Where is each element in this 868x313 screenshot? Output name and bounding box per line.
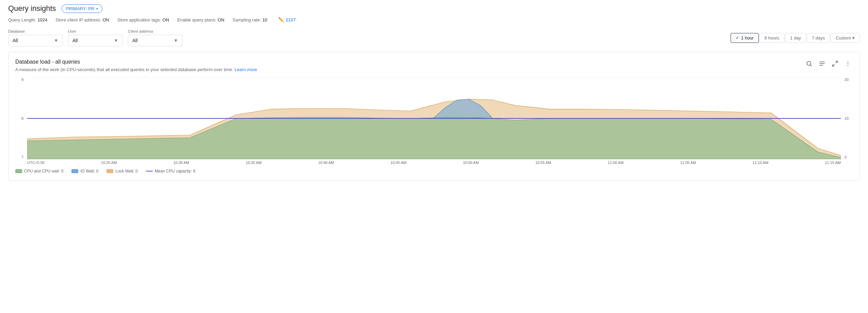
y-right-bot: 0	[845, 155, 853, 159]
legend-cpu-swatch	[15, 169, 22, 173]
database-dropdown-arrow: ▼	[54, 38, 58, 43]
time-1day-label: 1 day	[790, 35, 801, 40]
header: Query insights PRIMARY: PR ▾	[0, 0, 868, 16]
y-axis-right: 20 10 0	[842, 78, 853, 159]
legend-capacity: Mean CPU capacity: 8	[146, 169, 195, 174]
sampling-rate-label: Sampling rate:	[233, 17, 261, 22]
edit-label: EDIT	[286, 17, 296, 22]
database-filter-value: All	[13, 38, 18, 43]
client-address-filter-label: Client address	[128, 29, 182, 33]
time-1hour-label: 1 hour	[741, 35, 754, 40]
chart-container: 9 8 7 20 10 0	[15, 78, 853, 174]
chart-legend-icon[interactable]	[817, 59, 827, 70]
legend-lock-swatch	[106, 169, 113, 173]
time-7days-label: 7 days	[812, 35, 825, 40]
instance-selector[interactable]: PRIMARY: PR ▾	[62, 4, 103, 13]
client-address-filter-group: Client address All ▼	[128, 29, 182, 46]
y-right-top: 20	[845, 78, 853, 82]
user-filter-value: All	[72, 38, 78, 43]
edit-button[interactable]: ✏️ EDIT	[278, 17, 296, 22]
legend-lock: Lock Wait: 0	[106, 169, 138, 174]
chart-subtitle: A measure of the work (in CPU-seconds) t…	[15, 67, 257, 72]
filters-row: Database All ▼ User All ▼ Client address…	[0, 27, 868, 52]
sampling-rate-meta: Sampling rate: 10	[233, 17, 267, 22]
x-label-5: 10:45 AM	[390, 161, 406, 165]
chart-search-icon[interactable]	[804, 59, 814, 70]
time-1hour-button[interactable]: ✓ 1 hour	[731, 33, 759, 43]
y-left-mid: 8	[15, 116, 23, 120]
time-7days-button[interactable]: 7 days	[807, 33, 830, 43]
legend-io-swatch	[71, 169, 78, 173]
legend-cpu-label: CPU and CPU wait: 0	[24, 169, 63, 174]
query-length-value: 1024	[37, 17, 47, 22]
legend-io-label: IO Wait: 0	[80, 169, 98, 174]
database-filter-select[interactable]: All ▼	[8, 35, 63, 46]
y-left-bot: 7	[15, 155, 23, 159]
user-filter-label: User	[68, 29, 122, 33]
time-selector: ✓ 1 hour 6 hours 1 day 7 days Custom ▾	[731, 33, 860, 43]
legend-lock-label: Lock Wait: 0	[115, 169, 138, 174]
user-filter-select[interactable]: All ▼	[68, 35, 122, 46]
y-right-mid: 10	[845, 116, 853, 120]
legend-io: IO Wait: 0	[71, 169, 98, 174]
svg-point-0	[807, 61, 811, 65]
client-address-filter-value: All	[132, 38, 138, 43]
chart-subtitle-text: A measure of the work (in CPU-seconds) t…	[15, 67, 233, 72]
chart-fullscreen-icon[interactable]	[830, 59, 840, 70]
edit-icon: ✏️	[278, 17, 284, 22]
x-label-0: UTC+5:30	[27, 161, 44, 165]
x-axis: UTC+5:30 10:25 AM 10:30 AM 10:35 AM 10:4…	[15, 159, 853, 165]
client-address-filter-select[interactable]: All ▼	[128, 35, 182, 46]
client-address-dropdown-arrow: ▼	[174, 38, 178, 43]
x-label-10: 11:10 AM	[753, 161, 768, 165]
svg-point-8	[848, 63, 849, 64]
chart-legend: CPU and CPU wait: 0 IO Wait: 0 Lock Wait…	[15, 165, 853, 174]
svg-line-6	[833, 64, 835, 66]
store-tags-label: Store application tags:	[117, 17, 161, 22]
time-1day-button[interactable]: 1 day	[785, 33, 806, 43]
time-custom-button[interactable]: Custom ▾	[831, 33, 860, 43]
x-label-8: 11:00 AM	[608, 161, 623, 165]
chart-tools	[804, 59, 853, 70]
query-length-meta: Query Length: 1024	[8, 17, 47, 22]
x-label-4: 10:40 AM	[318, 161, 334, 165]
chart-title: Database load - all queries	[15, 59, 257, 65]
chart-header: Database load - all queries A measure of…	[15, 59, 853, 78]
store-tags-meta: Store application tags: ON	[117, 17, 169, 22]
instance-label: PRIMARY: PR	[66, 6, 95, 11]
store-ip-meta: Store client IP address: ON	[55, 17, 109, 22]
legend-capacity-swatch	[146, 171, 153, 171]
store-ip-value: ON	[102, 17, 109, 22]
database-filter-group: Database All ▼	[8, 29, 63, 46]
svg-line-1	[811, 65, 812, 66]
legend-cpu: CPU and CPU wait: 0	[15, 169, 63, 174]
meta-bar: Query Length: 1024 Store client IP addre…	[0, 16, 868, 27]
chart-title-block: Database load - all queries A measure of…	[15, 59, 257, 78]
time-6hours-label: 6 hours	[765, 35, 779, 40]
x-label-6: 10:50 AM	[463, 161, 479, 165]
query-plans-value: ON	[218, 17, 224, 22]
instance-dropdown-arrow: ▾	[96, 7, 98, 11]
chart-area: 9 8 7 20 10 0	[15, 78, 853, 159]
svg-point-7	[848, 61, 849, 62]
learn-more-link[interactable]: Learn more	[235, 67, 257, 72]
x-label-7: 10:55 AM	[535, 161, 551, 165]
query-plans-label: Enable query plans:	[177, 17, 216, 22]
x-label-9: 11:05 AM	[680, 161, 696, 165]
chart-section: Database load - all queries A measure of…	[8, 52, 860, 181]
y-axis-left: 9 8 7	[15, 78, 26, 159]
database-filter-label: Database	[8, 29, 63, 33]
custom-dropdown-arrow: ▾	[852, 35, 855, 40]
chart-more-icon[interactable]	[843, 59, 853, 70]
user-dropdown-arrow: ▼	[114, 38, 118, 43]
x-label-11: 11:15 AM	[825, 161, 840, 165]
time-6hours-button[interactable]: 6 hours	[760, 33, 784, 43]
time-custom-label: Custom	[836, 35, 851, 40]
page-title: Query insights	[8, 4, 56, 13]
y-left-top: 9	[15, 78, 23, 82]
user-filter-group: User All ▼	[68, 29, 122, 46]
x-label-2: 10:30 AM	[173, 161, 189, 165]
store-tags-value: ON	[163, 17, 169, 22]
legend-capacity-label: Mean CPU capacity: 8	[155, 169, 195, 174]
svg-line-5	[836, 61, 838, 63]
